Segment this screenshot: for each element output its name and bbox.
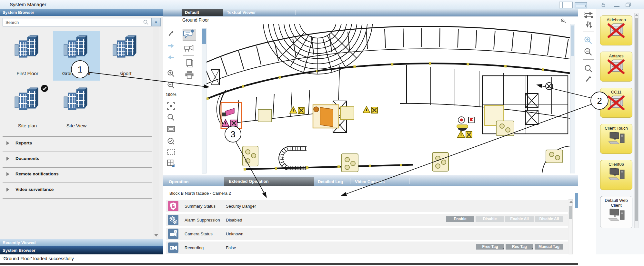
zoom-level: 100% (164, 92, 178, 97)
enable-all-button[interactable]: Enable All (505, 216, 534, 222)
client-label: CC11 (600, 88, 632, 94)
enable-button[interactable]: Enable (446, 216, 474, 222)
layout-left-icon[interactable] (559, 2, 573, 8)
tab-operation[interactable]: Operation (169, 179, 188, 184)
client-antares[interactable]: Antares (600, 52, 632, 82)
fit-view-icon[interactable] (165, 102, 177, 112)
table-row: Alarm Suppression Disabled Enable Disabl… (166, 214, 568, 226)
door-device[interactable] (313, 105, 339, 128)
zoom-out-icon[interactable] (584, 48, 592, 57)
main-scrollbar-thumb[interactable] (575, 193, 578, 208)
sidebar-item-siport[interactable]: siport (102, 31, 149, 81)
back-arrow-icon[interactable] (165, 55, 177, 61)
scroll-up-ic on[interactable] (569, 201, 573, 203)
floor-plan-svg (206, 24, 570, 173)
lock-icon[interactable] (601, 2, 606, 9)
client-client06[interactable]: Client06 (600, 160, 632, 190)
marquee-icon[interactable] (165, 148, 177, 157)
zoom-in-icon[interactable] (165, 70, 177, 79)
workstation-icon (606, 178, 627, 184)
floor-plan[interactable] (206, 24, 570, 173)
client-label: Client Touch (600, 124, 632, 131)
minimize-icon[interactable] (614, 6, 619, 7)
scroll-up-icon[interactable] (635, 14, 638, 16)
sidebar-item-site-plan[interactable]: Site plan (4, 83, 51, 133)
building-icon (111, 34, 140, 66)
warning-triangle-icon[interactable] (363, 106, 377, 113)
print-icon[interactable] (185, 70, 194, 81)
client-client-touch[interactable]: Client Touch (600, 124, 632, 154)
client-label: Aldebaran (600, 16, 632, 22)
tab-default[interactable]: Default (182, 9, 223, 16)
video-camera-icon[interactable] (184, 44, 195, 54)
map-vertical-scrollbar[interactable] (202, 28, 206, 173)
magnifier-icon[interactable] (165, 113, 177, 123)
scrollbar-thumb[interactable] (635, 18, 638, 221)
rec-tag-button[interactable]: Rec Tag (506, 244, 533, 250)
pin-icon[interactable] (561, 18, 566, 24)
map-scrollbar-thumb[interactable] (202, 29, 206, 44)
tab-textual-viewer[interactable]: Textual Viewer (227, 9, 256, 16)
sidebar-item-ground-floor[interactable]: Ground Floor (53, 31, 100, 81)
rectangle-tool-icon[interactable] (165, 126, 177, 133)
check-badge-icon (41, 84, 48, 94)
titlebar (0, 0, 644, 9)
system-browser-bottom-bar[interactable]: System Browser (0, 246, 163, 254)
sidebar-item-documents[interactable]: Documents (3, 152, 152, 166)
tab-detailed-log[interactable]: Detailed Log (318, 179, 343, 184)
scroll-down-icon[interactable] (154, 234, 158, 237)
tab-extended-operation[interactable]: Extended Operation (224, 177, 314, 186)
pen-icon[interactable] (585, 75, 592, 84)
magnifier-icon[interactable] (584, 64, 593, 74)
sidebar-item-first-floor[interactable]: First Floor (4, 31, 51, 81)
building-icon (13, 86, 42, 119)
sort-down-icon[interactable] (585, 21, 593, 30)
zoom-out-icon[interactable] (165, 81, 177, 90)
pen-icon[interactable] (165, 30, 177, 38)
client-default-web-client[interactable]: Default Web Client (600, 196, 632, 228)
manual-tag-button[interactable]: Manual Tag (535, 244, 563, 250)
free-tag-button[interactable]: Free Tag (476, 244, 504, 250)
operation-panel-scrollbar[interactable] (569, 199, 573, 254)
dome-camera-device[interactable] (457, 117, 474, 131)
search-dropdown-button[interactable]: ▼ (151, 18, 161, 26)
client-cc11[interactable]: CC11 (600, 88, 632, 118)
zoom-in-icon[interactable] (584, 36, 592, 46)
layout-bottom-icon[interactable] (575, 2, 587, 8)
comment-icon[interactable] (183, 29, 196, 41)
row-value: Security Danger (226, 204, 256, 209)
restore-icon[interactable] (625, 2, 631, 9)
clients-scrollbar[interactable] (634, 13, 639, 228)
svg-text:?: ? (175, 230, 176, 233)
forward-arrow-icon[interactable] (165, 43, 177, 50)
search-input[interactable]: Search (3, 18, 151, 26)
map-right-scrollbar-thumb[interactable] (571, 25, 574, 56)
sidebar-item-video-surveillance[interactable]: Video surveillance (3, 183, 152, 197)
tile-label: Site View (53, 123, 100, 128)
warning-triangle-icon[interactable] (458, 131, 472, 138)
sidebar-item-remote-notifications[interactable]: Remote notifications (3, 168, 152, 182)
recently-viewed-bar[interactable]: Recently Viewed (0, 239, 163, 246)
alarm-camera-icon (225, 108, 234, 116)
disable-button[interactable]: Disable (476, 216, 504, 222)
status-message: 'Ground Floor' loaded successfully (0, 254, 578, 263)
chevron-right-icon (6, 141, 9, 145)
layers-icon[interactable] (185, 59, 194, 69)
table-row: Recording False Free Tag Rec Tag Manual … (166, 241, 568, 254)
swap-icon[interactable] (583, 12, 593, 20)
row-value: Disabled (226, 218, 242, 222)
scrollbar-thumb[interactable] (569, 206, 572, 219)
sidebar-scrollbar[interactable] (153, 27, 159, 239)
divider (183, 55, 194, 56)
disable-all-button[interactable]: Disable All (535, 216, 563, 222)
tab-video-controls[interactable]: Video Controls (355, 179, 385, 184)
divider (583, 32, 594, 32)
warning-triangle-icon[interactable] (290, 107, 304, 113)
client-aldebaran[interactable]: Aldebaran (600, 15, 632, 45)
magnifier-check-icon[interactable] (165, 137, 177, 146)
sidebar-item-site-view[interactable]: Site View (53, 83, 100, 133)
divider (409, 178, 409, 184)
sidebar-item-reports[interactable]: Reports (3, 137, 152, 151)
chevron-right-icon (6, 157, 9, 161)
grid-layout-icon[interactable] (165, 159, 177, 169)
